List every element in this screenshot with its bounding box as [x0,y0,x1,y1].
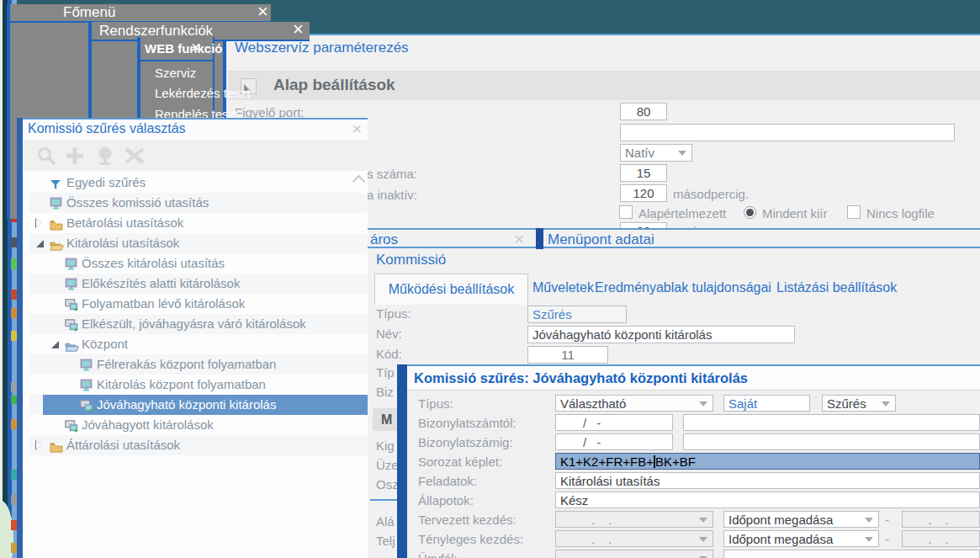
ugyfel-dropdown[interactable] [555,550,713,558]
plus-icon[interactable] [65,146,85,169]
port-input[interactable]: 80 [620,103,667,120]
tervezett-date2-input[interactable]: . . [902,511,980,528]
tree-item-label: Félrerakás központ folyamatban [97,354,276,375]
ugyfel-input[interactable] [723,550,980,558]
icon-fragment [11,290,17,300]
clipped-label-tip: Típ [376,365,395,380]
icon-fragment [11,396,17,404]
nativ-dropdown[interactable]: Natív [620,144,692,162]
masodpercig-label: másodpercig. [673,187,749,201]
tree-item[interactable]: Folyamatban lévő kitárolások [29,294,368,314]
window-szures-front: Komissió szűrés: Jóváhagyható központi k… [397,364,980,558]
tree-item-label: Összes komissió utasítás [66,193,209,213]
tree-item[interactable]: Jóváhagyható központi kitárolás [29,395,368,415]
menupont-title: Menüpont adatai [548,231,654,248]
expand-arrow-icon[interactable] [36,219,42,227]
nincs-logfile-checkbox[interactable] [847,205,861,219]
web-funkcio-title: WEB funkció [145,41,223,56]
collapse-arrow-icon[interactable] [51,341,59,348]
tab-mukodesi-beallitasok[interactable]: Működési beállítások [374,274,528,305]
close-icon[interactable]: × [257,4,268,19]
tenyleges-mode-dropdown[interactable]: Időpont megadása [723,530,879,547]
sajat-field[interactable]: Saját [723,395,810,412]
bizonylatszamig-label: Bizonylatszámig: [418,435,513,449]
tervezett-kezdes-label: Tervezett kezdés: [418,513,516,527]
expand-arrow-icon[interactable] [36,441,42,449]
folder-icon [50,438,63,459]
bizonylatszamtol-input2[interactable] [683,414,980,431]
tree-item[interactable]: Áttárolási utasítások [29,435,368,455]
alap-beallitasok-section-bar: Alap beállítások [228,71,980,100]
tree-item[interactable]: Előkészítés alatti kitárolások [29,274,368,294]
szures-valasztas-title: Komissió szűrés választás [28,121,186,136]
tree-item[interactable]: Kitárolási utasítások [29,233,368,253]
tenyleges-date-dropdown[interactable]: . . [555,530,713,547]
tree-item[interactable]: Központ [29,334,368,354]
range-dash: - [885,532,889,546]
feladatok-input[interactable]: Kitárolási utasítás [555,472,980,489]
tree-item-label: Elkészült, jóváhagyásra váró kitárolások [82,314,306,334]
tenyleges-date2-input[interactable]: . . [902,530,980,547]
tree-item[interactable]: Összes komissió utasítás [29,193,368,213]
tab-listazasi[interactable]: Listázási beállítások [776,280,897,295]
tree-item[interactable]: Betárolási utasítások [29,213,368,233]
kommissio-nev-label: Név: [376,327,402,341]
tervezett-mode-dropdown[interactable]: Időpont megadása [723,511,879,528]
clipped-label-ala: Alá [376,514,395,529]
clipped-label-biz: Biz [376,385,394,399]
bizonylatszamtol-label: Bizonylatszámtól: [418,416,516,430]
bizonylatszamtol-input[interactable]: / - [555,414,673,431]
url-input[interactable] [620,124,955,141]
close-icon[interactable]: × [352,120,362,136]
icon-fragment [11,495,17,505]
kommissio-kod-input[interactable]: 11 [527,346,608,364]
inaktiv-input[interactable]: 120 [620,184,667,202]
tree-item[interactable]: Egyedi szűrés [29,173,368,193]
window-top-border [223,34,980,35]
close-icon[interactable]: × [514,231,524,247]
kommissio-tipus-value[interactable]: Szűrés [527,306,627,323]
fomenu-titlebar[interactable]: Főmenü × [10,4,271,21]
icon-fragment [11,382,17,392]
menu-item-lekerdezes-teszt[interactable]: Lekérdezés teszt [155,86,250,100]
tree-icon[interactable] [95,146,115,169]
kommissio-nev-input[interactable]: Jóváhagyható központi kitárolás [527,326,795,343]
tree-item-label: Kitárolási utasítások [66,233,179,253]
selected-text: BK+BF [655,454,696,469]
inaktiv-label-partial: a inaktív: [367,188,417,202]
tree-item[interactable]: Összes kitárolási utasítás [29,253,368,274]
tree-item[interactable]: Kitárolás központ folyamatban [29,375,368,395]
window-left-border [397,364,407,558]
desktop: Főmenü × Webszervíz paraméterezés Alap b… [0,0,980,558]
collapse-arrow-icon[interactable] [36,240,44,247]
tree-item[interactable]: Elkészült, jóváhagyásra váró kitárolások [29,314,368,334]
valaszthato-dropdown[interactable]: Választható [555,395,713,412]
close-icon[interactable]: × [191,40,201,55]
tervezett-date-dropdown[interactable]: . . [555,511,713,528]
tree-item[interactable]: Félrerakás központ folyamatban [29,354,368,375]
bizonylatszamig-input[interactable]: / - [555,433,673,450]
menu-item-szerviz[interactable]: Szerviz [155,66,196,80]
szures-dropdown[interactable]: Szűrés [822,395,896,412]
ugyfel-label: Ügyfél: [418,551,458,558]
section-title: Alap beállítások [273,76,395,94]
mindent-kiir-radio[interactable] [744,206,756,219]
allapotok-input[interactable]: Kész [555,492,980,508]
disconnect-icon[interactable] [124,146,146,169]
icon-fragment [11,543,17,553]
clipped-label-kig: Kig [376,438,395,453]
search-icon[interactable] [36,146,56,169]
tab-eredmenyablak[interactable]: Eredményablak tulajdonságai [595,280,771,295]
sorozat-keplet-label: Sorozat képlet: [418,454,502,469]
sorozat-keplet-input[interactable]: K1+K2+FR+FB+BK+BF [555,453,980,470]
window-szures-valasztas: Komissió szűrés választás × Egyedi szűré… [17,118,368,558]
szama-input[interactable]: 15 [620,164,667,182]
alapertelmezett-checkbox[interactable] [619,205,633,219]
tree-item[interactable]: Jóváhagyott kitárolások [29,415,368,435]
close-icon[interactable]: × [293,22,304,37]
panel-top-border [368,228,980,230]
kommissio-kod-label: Kód: [376,347,402,361]
tab-muveletek[interactable]: Műveletek [532,280,594,295]
bizonylatszamig-input2[interactable] [683,433,980,450]
window-left-border [17,118,23,558]
